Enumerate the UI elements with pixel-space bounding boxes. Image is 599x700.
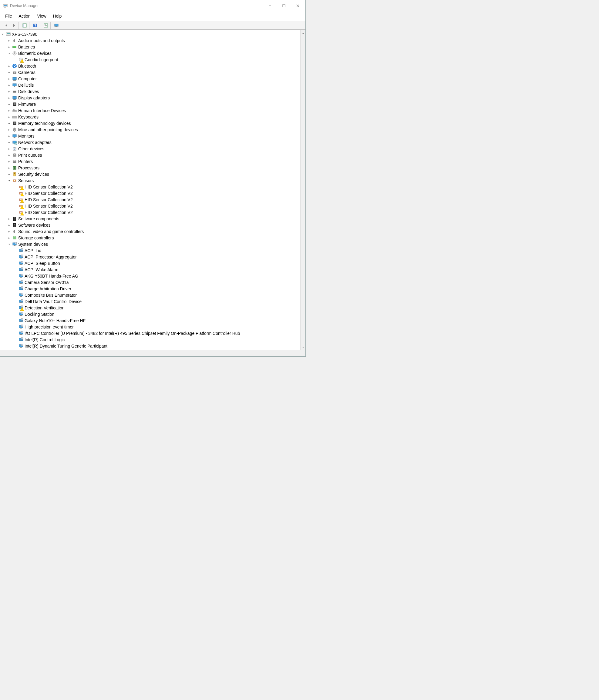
tree-node[interactable]: ▸Docking Station — [0, 311, 305, 317]
tree-node[interactable]: ▸Memory technology devices — [0, 120, 305, 126]
expand-toggle[interactable]: ▸ — [7, 115, 11, 119]
tree-node[interactable]: ▸Cameras — [0, 69, 305, 75]
tree-node[interactable]: ▸Software devices — [0, 222, 305, 228]
close-button[interactable] — [291, 1, 305, 11]
expand-toggle[interactable]: ▸ — [7, 89, 11, 94]
system-icon — [19, 344, 23, 349]
expand-toggle[interactable]: ▾ — [7, 51, 11, 56]
tree-node[interactable]: ▸Security devices — [0, 171, 305, 177]
menu-help[interactable]: Help — [50, 12, 65, 20]
tree-node[interactable]: ▸Bluetooth — [0, 63, 305, 69]
tree-node[interactable]: ▸ACPI Lid — [0, 247, 305, 254]
back-button[interactable] — [3, 22, 10, 29]
expand-toggle[interactable]: ▸ — [7, 121, 11, 126]
expand-toggle[interactable]: ▸ — [7, 229, 11, 234]
expand-toggle[interactable]: ▸ — [7, 223, 11, 228]
tree-node[interactable]: ▸HID Sensor Collection V2 — [0, 203, 305, 209]
tree-node[interactable]: ▸Detection Verification — [0, 304, 305, 311]
tree-node[interactable]: ▸ACPI Wake Alarm — [0, 266, 305, 273]
sensor-icon — [19, 191, 23, 196]
tree-node[interactable]: ▾Biometric devices — [0, 50, 305, 56]
tree-node[interactable]: ▸ACPI Processor Aggregator — [0, 254, 305, 260]
maximize-button[interactable] — [277, 1, 291, 11]
tree-node[interactable]: ▸Computer — [0, 75, 305, 82]
tree-node[interactable]: ▸HID Sensor Collection V2 — [0, 190, 305, 196]
tree-node[interactable]: ▸Camera Sensor OV01a — [0, 279, 305, 285]
tree-node[interactable]: ▸Disk drives — [0, 88, 305, 95]
expand-toggle[interactable]: ▸ — [7, 108, 11, 113]
expand-toggle[interactable]: ▸ — [7, 76, 11, 81]
expand-toggle[interactable]: ▾ — [0, 32, 5, 37]
tree-node[interactable]: ▾Sensors — [0, 177, 305, 184]
expand-toggle[interactable]: ▾ — [7, 242, 11, 247]
tree-node[interactable]: ▾XPS-13-7390 — [0, 31, 305, 37]
tree-node[interactable]: ▸Other devices — [0, 146, 305, 152]
tree-node[interactable]: ▸Printers — [0, 158, 305, 165]
tree-node[interactable]: ▸Composite Bus Enumerator — [0, 292, 305, 298]
tree-node[interactable]: ▸Monitors — [0, 133, 305, 139]
scroll-down-icon[interactable]: ▾ — [301, 345, 305, 350]
vertical-scrollbar[interactable]: ▴ ▾ — [300, 30, 305, 350]
tree-node[interactable]: ▸HID Sensor Collection V2 — [0, 184, 305, 190]
properties-button[interactable] — [43, 22, 49, 29]
tree-node[interactable]: ▾System devices — [0, 241, 305, 247]
expand-toggle[interactable]: ▸ — [7, 146, 11, 151]
tree-node[interactable]: ▸Keyboards — [0, 114, 305, 120]
tree-node[interactable]: ▸Batteries — [0, 44, 305, 50]
tree-node[interactable]: ▸Intel(R) Dynamic Tuning Generic Partici… — [0, 343, 305, 349]
tree-node[interactable]: ▸High precision event timer — [0, 324, 305, 330]
tree-node[interactable]: ▸HID Sensor Collection V2 — [0, 196, 305, 203]
expand-toggle[interactable]: ▸ — [7, 70, 11, 75]
expand-toggle[interactable]: ▸ — [7, 235, 11, 240]
tree-node-label: Charge Arbitration Driver — [25, 286, 71, 291]
tree-node[interactable]: ▸Goodix fingerprint — [0, 56, 305, 63]
tree-node[interactable]: ▸Software components — [0, 216, 305, 222]
tree-node[interactable]: ▸Human Interface Devices — [0, 107, 305, 114]
tree-node[interactable]: ▸Storage controllers — [0, 234, 305, 241]
expand-toggle[interactable]: ▸ — [7, 38, 11, 43]
expand-toggle[interactable]: ▸ — [7, 83, 11, 88]
tree-node[interactable]: ▸HID Sensor Collection V2 — [0, 209, 305, 216]
tree-node[interactable]: ▸Intel(R) Dynamic Tuning Generic Partici… — [0, 349, 305, 350]
tree-node[interactable]: ▸Print queues — [0, 152, 305, 158]
minimize-button[interactable] — [263, 1, 277, 11]
tree-node[interactable]: ▸Charge Arbitration Driver — [0, 285, 305, 292]
expand-toggle[interactable]: ▸ — [7, 159, 11, 164]
tree-node[interactable]: ▸I/O LPC Controller (U Premium) - 3482 f… — [0, 330, 305, 336]
expand-toggle[interactable]: ▸ — [7, 153, 11, 157]
expand-toggle[interactable]: ▸ — [7, 166, 11, 170]
expand-toggle[interactable]: ▸ — [7, 216, 11, 221]
forward-button[interactable] — [10, 22, 17, 29]
expand-toggle[interactable]: ▸ — [7, 172, 11, 177]
expand-toggle[interactable]: ▸ — [7, 134, 11, 139]
tree-node[interactable]: ▸DellUtils — [0, 82, 305, 88]
expand-toggle[interactable]: ▸ — [7, 45, 11, 49]
tree-node[interactable]: ▸AKG Y50BT Hands-Free AG — [0, 273, 305, 279]
expand-toggle[interactable]: ▸ — [7, 140, 11, 145]
window-title: Device Manager — [10, 3, 39, 8]
expand-toggle[interactable]: ▸ — [7, 96, 11, 100]
tree-node[interactable]: ▸Network adapters — [0, 139, 305, 146]
menu-view[interactable]: View — [34, 12, 49, 20]
expand-toggle[interactable]: ▸ — [7, 127, 11, 132]
tree-node[interactable]: ▸Galaxy Note10+ Hands-Free HF — [0, 317, 305, 324]
expand-toggle[interactable]: ▾ — [7, 178, 11, 183]
menu-action[interactable]: Action — [16, 12, 34, 20]
help-button[interactable]: ? — [32, 22, 39, 29]
device-tree[interactable]: ▾XPS-13-7390▸Audio inputs and outputs▸Ba… — [0, 30, 305, 350]
menu-file[interactable]: File — [2, 12, 15, 20]
scan-hardware-button[interactable] — [53, 22, 60, 29]
tree-node[interactable]: ▸Intel(R) Control Logic — [0, 336, 305, 343]
expand-toggle[interactable]: ▸ — [7, 64, 11, 69]
tree-node[interactable]: ▸Dell Data Vault Control Device — [0, 298, 305, 304]
tree-node[interactable]: ▸Firmware — [0, 101, 305, 107]
tree-node[interactable]: ▸Audio inputs and outputs — [0, 37, 305, 44]
tree-node[interactable]: ▸Sound, video and game controllers — [0, 228, 305, 234]
tree-node[interactable]: ▸Processors — [0, 165, 305, 171]
tree-node[interactable]: ▸Display adapters — [0, 95, 305, 101]
show-hide-tree-button[interactable] — [21, 22, 28, 29]
expand-toggle[interactable]: ▸ — [7, 102, 11, 107]
scroll-up-icon[interactable]: ▴ — [301, 30, 305, 35]
tree-node[interactable]: ▸ACPI Sleep Button — [0, 260, 305, 266]
tree-node[interactable]: ▸Mice and other pointing devices — [0, 126, 305, 133]
